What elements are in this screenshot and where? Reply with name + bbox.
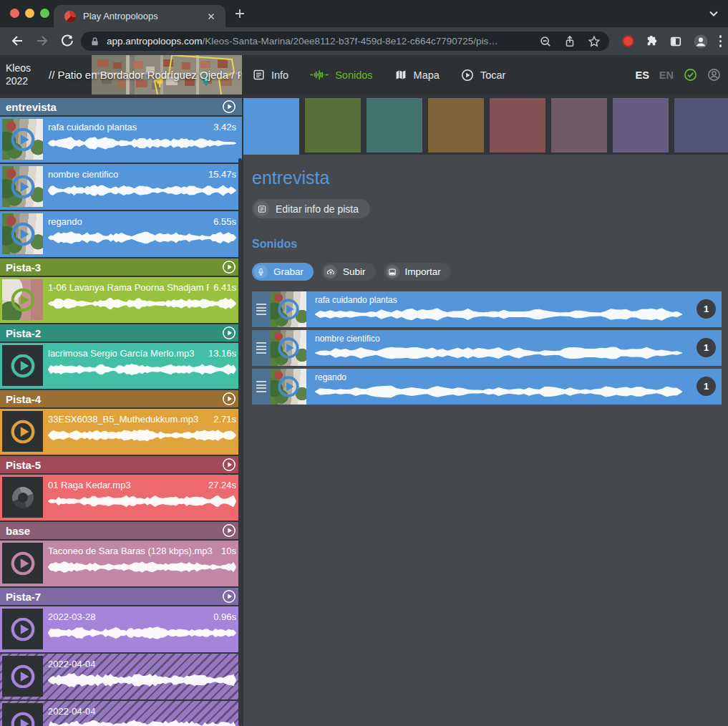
drag-handle[interactable] <box>252 330 271 366</box>
track-play-button[interactable] <box>222 326 236 340</box>
sound-thumb-play-button[interactable] <box>2 609 43 649</box>
sound-body: 2022-03-280.96s <box>48 606 236 652</box>
track-play-button[interactable] <box>222 523 236 538</box>
sound-thumb-play-button[interactable] <box>271 369 306 405</box>
panel-sound-row[interactable]: nombre cientifico1 <box>252 330 722 366</box>
sound-thumb-play-button[interactable] <box>271 291 306 327</box>
sound-thumb-play-button[interactable] <box>2 543 43 584</box>
browser-menu-icon[interactable] <box>719 35 722 47</box>
sound-title: 2022-04-04 <box>48 659 96 669</box>
new-tab-button[interactable] <box>234 8 246 19</box>
track-header[interactable]: entrevista <box>0 98 242 115</box>
play-icon <box>9 663 37 690</box>
upload-button[interactable]: Subir <box>321 263 376 281</box>
track-header[interactable]: Pista-5 <box>0 456 242 473</box>
track-swatch[interactable] <box>613 98 669 153</box>
sound-item[interactable]: 2022-04-04 <box>0 701 242 726</box>
panel-sound-row[interactable]: regando1 <box>252 369 722 405</box>
track-header[interactable]: Pista-4 <box>0 390 242 407</box>
panel-sound-row[interactable]: rafa cuidando plantas1 <box>252 291 722 327</box>
sound-title: rafa cuidando plantas <box>48 122 137 132</box>
edit-track-info-button[interactable]: Editar info de pista <box>252 199 370 218</box>
language-en[interactable]: EN <box>659 69 674 81</box>
sound-thumb-play-button[interactable] <box>2 213 43 254</box>
track-swatch[interactable] <box>367 98 422 153</box>
track-swatch[interactable] <box>490 98 545 153</box>
side-panel-icon[interactable] <box>669 35 682 48</box>
sound-thumb-play-button[interactable] <box>271 330 306 366</box>
track-play-button[interactable] <box>222 458 236 472</box>
zoom-page-icon[interactable] <box>539 35 552 48</box>
lock-icon <box>89 36 100 47</box>
sound-thumb-play-button[interactable] <box>2 656 43 697</box>
sound-thumb-play-button[interactable] <box>2 477 43 518</box>
forward-button[interactable] <box>35 34 49 48</box>
track-header[interactable]: Pista-7 <box>0 588 242 605</box>
sound-item[interactable]: 2022-03-280.96s <box>0 606 242 652</box>
app-logo[interactable]: Kleos 2022 <box>6 62 31 87</box>
track-header[interactable]: Pista-2 <box>0 324 242 342</box>
saved-check-icon[interactable] <box>684 68 697 82</box>
sound-waveform <box>315 305 682 324</box>
nav-tab-tocar-label: Tocar <box>480 69 505 81</box>
close-window-button[interactable] <box>10 9 19 18</box>
tab-search-chevron-icon[interactable] <box>709 9 719 18</box>
nav-tab-tocar[interactable]: Tocar <box>461 69 505 82</box>
zoom-window-button[interactable] <box>40 9 49 18</box>
track-header[interactable]: Pista-3 <box>0 258 242 276</box>
track-swatch[interactable] <box>551 98 607 153</box>
sound-item[interactable]: 01 Raga Kedar.mp327.24s <box>0 475 242 521</box>
recording-indicator-icon[interactable] <box>622 35 634 47</box>
sound-item[interactable]: Taconeo de Sara Baras (128 kbps).mp310s <box>0 541 242 586</box>
sound-item[interactable]: rafa cuidando plantas3.42s <box>0 117 242 163</box>
track-header[interactable]: base <box>0 522 242 539</box>
account-icon[interactable] <box>707 68 721 82</box>
sound-thumb-play-button[interactable] <box>2 119 43 160</box>
sound-item[interactable]: 2022-04-04 <box>0 654 242 700</box>
nav-tab-info[interactable]: Info <box>253 69 288 81</box>
bookmark-star-icon[interactable] <box>588 35 601 48</box>
tab-close-icon[interactable] <box>205 11 217 22</box>
language-es[interactable]: ES <box>636 69 649 81</box>
sound-thumb-play-button[interactable] <box>2 166 43 207</box>
sound-title: 1-06 Lavanya Rama Poorna Shadjam Rupak..… <box>48 282 209 293</box>
track-swatch[interactable] <box>243 98 299 155</box>
sound-body: nombre cientifico15.47s <box>48 164 236 210</box>
sound-thumb-play-button[interactable] <box>2 279 43 320</box>
nav-tab-mapa[interactable]: Mapa <box>394 69 440 81</box>
minimize-window-button[interactable] <box>25 9 34 18</box>
track-play-button[interactable] <box>222 392 236 406</box>
sound-item[interactable]: lacrimosa Sergio García Merlo.mp313.16s <box>0 343 242 389</box>
track-swatch[interactable] <box>428 98 484 153</box>
track-play-button[interactable] <box>222 589 236 604</box>
share-icon[interactable] <box>563 35 576 48</box>
nav-tab-sonidos[interactable]: Sonidos <box>310 69 372 81</box>
drag-handle[interactable] <box>252 369 271 405</box>
sound-item[interactable]: 1-06 Lavanya Rama Poorna Shadjam Rupak..… <box>0 277 242 323</box>
app-header: Kleos 2022 // Patio en Bordador Rodrígue… <box>0 55 728 95</box>
record-button[interactable]: Grabar <box>252 263 314 281</box>
track-swatch[interactable] <box>305 98 361 153</box>
address-bar[interactable]: app.antropoloops.com/Kleos-Santa-Marina/… <box>81 32 609 51</box>
track-play-button[interactable] <box>222 260 236 274</box>
sound-item[interactable]: nombre cientifico15.47s <box>0 164 242 210</box>
profile-avatar[interactable] <box>693 34 709 49</box>
sound-thumb-play-button[interactable] <box>2 345 43 386</box>
browser-tab[interactable]: Play Antropoloops <box>54 5 225 27</box>
sound-title: lacrimosa Sergio García Merlo.mp3 <box>48 348 194 359</box>
reload-button[interactable] <box>60 34 74 48</box>
map-icon <box>394 69 407 81</box>
sound-thumb-play-button[interactable] <box>2 703 43 726</box>
track-swatch[interactable] <box>674 98 728 153</box>
sound-item[interactable]: 33ESX6038_B5_Muthedukkum.mp32.71s <box>0 409 242 455</box>
sound-title-row: regando6.55s <box>48 216 236 227</box>
extensions-puzzle-icon[interactable] <box>645 34 659 48</box>
import-button[interactable]: Importar <box>384 263 451 281</box>
track-play-button[interactable] <box>222 100 236 114</box>
drag-handle[interactable] <box>252 291 271 327</box>
back-button[interactable] <box>10 34 24 48</box>
sound-item[interactable]: regando6.55s <box>0 211 242 257</box>
sound-thumb-play-button[interactable] <box>2 411 43 452</box>
sidebar-scrollbar[interactable] <box>238 158 242 726</box>
import-button-label: Importar <box>405 266 441 277</box>
